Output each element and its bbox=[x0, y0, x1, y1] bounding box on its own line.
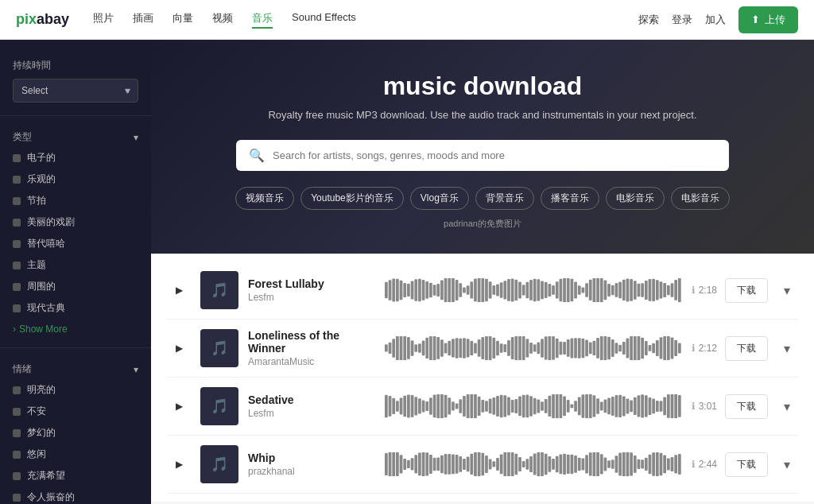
svg-rect-193 bbox=[507, 397, 510, 416]
svg-rect-269 bbox=[492, 461, 495, 467]
search-bar: 🔍 bbox=[236, 140, 729, 171]
svg-rect-272 bbox=[503, 452, 506, 476]
nav-video[interactable]: 视频 bbox=[212, 11, 233, 29]
svg-rect-94 bbox=[436, 337, 440, 359]
sidebar-item-category[interactable]: 现代古典 bbox=[0, 297, 151, 319]
svg-rect-5 bbox=[403, 283, 406, 297]
svg-rect-85 bbox=[403, 336, 406, 360]
download-button[interactable]: 下载 bbox=[725, 394, 768, 419]
svg-rect-279 bbox=[529, 456, 533, 472]
svg-rect-309 bbox=[641, 459, 644, 468]
hero-tag[interactable]: Youtube影片的音乐 bbox=[300, 187, 404, 210]
svg-rect-77 bbox=[671, 283, 674, 297]
expand-button[interactable]: ▾ bbox=[776, 395, 798, 417]
explore-btn[interactable]: 探索 bbox=[638, 13, 659, 27]
svg-rect-124 bbox=[548, 336, 552, 360]
svg-rect-258 bbox=[452, 455, 455, 475]
svg-rect-189 bbox=[492, 397, 495, 415]
expand-button[interactable]: ▾ bbox=[776, 453, 798, 475]
sidebar-item-emotion[interactable]: 令人振奋的 bbox=[0, 487, 151, 504]
track-waveform[interactable] bbox=[385, 390, 682, 422]
hero-tag[interactable]: 背景音乐 bbox=[475, 187, 534, 210]
nav-soundeffects[interactable]: Sound Effects bbox=[292, 11, 356, 29]
track-waveform[interactable] bbox=[385, 332, 682, 364]
hero-tag[interactable]: 电影音乐 bbox=[671, 187, 730, 210]
sidebar-item-category[interactable]: 节拍 bbox=[0, 190, 151, 211]
svg-rect-13 bbox=[433, 285, 436, 295]
svg-rect-233 bbox=[656, 401, 659, 412]
show-more-btn[interactable]: › Show More bbox=[0, 319, 151, 339]
hero-tag[interactable]: 电影音乐 bbox=[606, 187, 665, 210]
login-btn[interactable]: 登录 bbox=[672, 13, 692, 27]
svg-rect-74 bbox=[660, 281, 663, 298]
svg-rect-299 bbox=[604, 457, 607, 471]
svg-rect-126 bbox=[556, 339, 559, 358]
play-button[interactable]: ▶ bbox=[167, 278, 191, 302]
svg-rect-65 bbox=[626, 279, 630, 302]
join-btn[interactable]: 加入 bbox=[705, 13, 726, 27]
nav-illustrations[interactable]: 插画 bbox=[133, 11, 153, 29]
svg-rect-119 bbox=[529, 343, 533, 354]
download-button[interactable]: 下载 bbox=[725, 336, 768, 361]
sidebar-item-category[interactable]: 替代嘻哈 bbox=[0, 233, 151, 254]
sidebar: 持续時間 Select ▾ 类型 ▾ 电子的乐观的节拍美丽的戏剧替代嘻哈主题周围… bbox=[0, 40, 151, 504]
hero-tag[interactable]: Vlog音乐 bbox=[410, 187, 469, 210]
svg-rect-145 bbox=[626, 339, 630, 359]
play-button[interactable]: ▶ bbox=[167, 336, 191, 360]
category-header[interactable]: 类型 ▾ bbox=[0, 124, 151, 147]
expand-button[interactable]: ▾ bbox=[776, 279, 798, 301]
sidebar-item-category[interactable]: 主题 bbox=[0, 254, 151, 276]
svg-rect-148 bbox=[638, 336, 641, 360]
svg-rect-226 bbox=[630, 401, 633, 413]
hero-tag[interactable]: 播客音乐 bbox=[541, 187, 599, 210]
nav-photos[interactable]: 照片 bbox=[93, 11, 114, 29]
emotion-label: 令人振奋的 bbox=[27, 490, 75, 504]
svg-rect-225 bbox=[626, 398, 630, 413]
emotion-header[interactable]: 情绪 ▾ bbox=[0, 356, 151, 379]
sidebar-item-category[interactable]: 美丽的戏剧 bbox=[0, 211, 151, 233]
upload-button[interactable]: ⬆ 上传 bbox=[738, 6, 798, 33]
duration-select[interactable]: Select ▾ bbox=[13, 79, 138, 103]
svg-rect-160 bbox=[385, 395, 388, 417]
svg-rect-62 bbox=[615, 283, 618, 297]
expand-button[interactable]: ▾ bbox=[776, 337, 798, 359]
sidebar-item-emotion[interactable]: 不安 bbox=[0, 401, 151, 422]
svg-rect-108 bbox=[489, 336, 492, 360]
sidebar-item-category[interactable]: 乐观的 bbox=[0, 169, 151, 190]
nav-vector[interactable]: 向量 bbox=[172, 11, 193, 29]
svg-rect-236 bbox=[667, 394, 670, 418]
svg-rect-115 bbox=[514, 336, 517, 360]
svg-rect-11 bbox=[425, 281, 428, 299]
svg-rect-207 bbox=[560, 394, 563, 418]
svg-rect-227 bbox=[634, 397, 637, 415]
svg-rect-313 bbox=[656, 452, 659, 476]
svg-rect-36 bbox=[518, 282, 521, 299]
sidebar-item-category[interactable]: 周围的 bbox=[0, 276, 151, 297]
nav-music[interactable]: 音乐 bbox=[252, 11, 273, 29]
track-waveform[interactable] bbox=[385, 274, 682, 306]
hero-tag[interactable]: 视频音乐 bbox=[235, 187, 294, 210]
download-button[interactable]: 下载 bbox=[725, 452, 768, 477]
hero-credit: padrinan的免费图片 bbox=[167, 218, 798, 230]
play-button[interactable]: ▶ bbox=[167, 394, 191, 418]
svg-rect-202 bbox=[541, 401, 544, 410]
sidebar-item-emotion[interactable]: 充满希望 bbox=[0, 465, 151, 487]
svg-rect-234 bbox=[660, 401, 663, 412]
svg-rect-128 bbox=[563, 342, 566, 355]
sidebar-item-emotion[interactable]: 梦幻的 bbox=[0, 422, 151, 444]
sidebar-item-category[interactable]: 电子的 bbox=[0, 147, 151, 169]
svg-rect-79 bbox=[678, 278, 681, 302]
play-button[interactable]: ▶ bbox=[167, 452, 191, 476]
svg-rect-162 bbox=[392, 398, 395, 414]
upload-icon: ⬆ bbox=[751, 14, 760, 25]
svg-rect-91 bbox=[425, 338, 428, 359]
download-button[interactable]: 下载 bbox=[725, 278, 768, 303]
search-input[interactable] bbox=[273, 149, 716, 161]
track-waveform[interactable] bbox=[385, 448, 682, 480]
sidebar-item-emotion[interactable]: 悠闲 bbox=[0, 444, 151, 465]
category-dot bbox=[13, 219, 21, 227]
svg-rect-67 bbox=[634, 281, 637, 300]
svg-rect-50 bbox=[571, 279, 574, 301]
sidebar-item-emotion[interactable]: 明亮的 bbox=[0, 379, 151, 401]
svg-rect-116 bbox=[518, 336, 521, 360]
